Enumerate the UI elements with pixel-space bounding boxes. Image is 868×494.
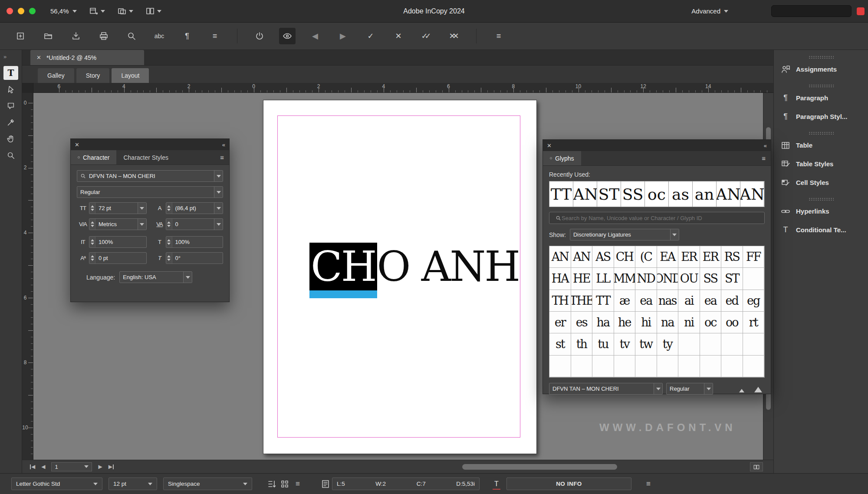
character-panel-header[interactable]: ✕ « (71, 139, 229, 150)
glyph-cell[interactable]: TT (592, 290, 614, 312)
glyph-cell[interactable]: ty (657, 333, 679, 355)
dropdown-chevron[interactable] (670, 229, 679, 240)
preview-button[interactable] (279, 28, 296, 44)
eyedropper-tool[interactable] (3, 115, 18, 129)
dock-item-hyperlinks[interactable]: Hyperlinks (774, 202, 868, 221)
baseline-shift-field[interactable]: 0 pt (89, 252, 147, 264)
glyph-cell[interactable]: ed (721, 290, 743, 312)
vertical-scale-field[interactable]: 100% (89, 236, 147, 248)
panel-menu-button[interactable]: ≡ (756, 151, 771, 165)
glyph-cell[interactable] (700, 356, 722, 377)
glyph-cell[interactable]: OU (678, 268, 700, 290)
save-button[interactable] (68, 28, 84, 44)
tab-story[interactable]: Story (76, 68, 110, 83)
tab-galley[interactable]: Galley (38, 68, 74, 83)
recent-glyph-cell[interactable]: ST (597, 181, 621, 207)
dock-item-table[interactable]: Table (774, 136, 868, 155)
glyph-cell[interactable]: OND (657, 268, 679, 290)
glyph-cell[interactable]: ai (678, 290, 700, 312)
print-button[interactable] (95, 28, 112, 44)
glyph-cell[interactable]: MM (614, 268, 636, 290)
close-window-button[interactable] (7, 8, 13, 14)
glyph-cell[interactable] (657, 356, 679, 377)
collapse-panel-icon[interactable]: « (222, 142, 225, 148)
zoom-level-dropdown[interactable]: 56,4% (50, 7, 77, 15)
close-panel-icon[interactable]: ✕ (75, 142, 79, 148)
document-tab[interactable]: ✕ *Untitled-2 @ 45% (30, 50, 144, 65)
dock-grip[interactable] (809, 198, 834, 201)
glyph-cell[interactable]: CH (614, 246, 636, 268)
close-panel-icon[interactable]: ✕ (547, 142, 552, 149)
close-tab-icon[interactable]: ✕ (36, 54, 41, 61)
glyph-cell[interactable]: TH (549, 290, 571, 312)
glyph-cell[interactable]: ea (635, 290, 657, 312)
cancel-all-checkout-button[interactable]: ✕✕ (446, 28, 462, 44)
view-options-dropdown[interactable] (89, 7, 105, 16)
glyph-cell[interactable]: æ (614, 290, 636, 312)
collapse-panel-icon[interactable]: « (764, 142, 767, 149)
recent-glyph-cell[interactable]: SS (621, 181, 645, 207)
show-filter-dropdown[interactable]: Discretionary Ligatures (570, 229, 679, 240)
grid-view-button[interactable] (278, 479, 291, 489)
glyph-cell[interactable]: es (571, 312, 593, 333)
glyph-cell[interactable]: THE (571, 290, 593, 312)
glyph-cell[interactable]: tv (614, 333, 636, 355)
glyph-cell[interactable]: nas (657, 290, 679, 312)
tab-character-styles[interactable]: Character Styles (116, 150, 175, 165)
open-document-button[interactable] (40, 28, 56, 44)
screen-mode-dropdown[interactable] (117, 7, 133, 16)
glyph-cell[interactable]: tw (635, 333, 657, 355)
next-button[interactable]: ▶ (335, 28, 351, 44)
glyph-cell[interactable] (721, 333, 743, 355)
glyph-cell[interactable]: HE (571, 268, 593, 290)
vertical-ruler[interactable]: 0246810 (22, 93, 33, 460)
glyph-cell[interactable] (571, 356, 593, 377)
recent-glyph-cell[interactable]: an (693, 181, 717, 207)
glyph-cell[interactable]: th (571, 333, 593, 355)
find-button[interactable] (123, 28, 140, 44)
check-in-all-button[interactable]: ✓✓ (418, 28, 434, 44)
recent-glyph-cell[interactable]: HAND (573, 181, 597, 207)
glyph-cell[interactable]: ER (700, 246, 722, 268)
glyph-cell[interactable] (700, 333, 722, 355)
glyph-cell[interactable]: st (549, 333, 571, 355)
stepper[interactable] (166, 253, 172, 263)
toolbar-menu-button[interactable]: ≡ (207, 28, 223, 44)
dropdown-chevron[interactable] (183, 272, 192, 283)
glyph-cell[interactable]: ha (592, 312, 614, 333)
glyph-cell[interactable]: hi (635, 312, 657, 333)
dropdown-chevron[interactable] (654, 383, 662, 394)
horizontal-ruler[interactable]: 64202468101214 (22, 83, 773, 93)
next-page-button[interactable]: ▶ (98, 464, 102, 470)
status-size-dropdown[interactable]: 12 pt (108, 478, 157, 490)
glyph-cell[interactable]: HA (549, 268, 571, 290)
toolbar-overflow-menu-button[interactable]: ≡ (490, 28, 507, 44)
tab-character[interactable]: Character (71, 150, 116, 165)
smaller-glyphs-button[interactable] (735, 384, 748, 394)
dock-item-paragraph[interactable]: ¶ Paragraph (774, 89, 868, 107)
ruler-corner[interactable] (22, 83, 33, 93)
minimize-window-button[interactable] (18, 8, 24, 14)
previous-button[interactable]: ◀ (307, 28, 323, 44)
dock-item-conditional-text[interactable]: T Conditional Te... (774, 221, 868, 239)
glyph-cell[interactable]: oo (721, 312, 743, 333)
glyph-cell[interactable] (592, 356, 614, 377)
glyph-cell[interactable]: he (614, 312, 636, 333)
dropdown-chevron[interactable] (214, 171, 223, 181)
type-tool[interactable]: T (3, 66, 18, 80)
position-tool[interactable] (3, 82, 18, 96)
glyph-cell[interactable]: AS (592, 246, 614, 268)
glyph-cell[interactable]: ER (678, 246, 700, 268)
font-family-dropdown[interactable]: DFVN TAN – MON CHERI (77, 170, 223, 182)
show-hidden-characters-button[interactable]: ¶ (179, 28, 195, 44)
glyphs-panel-header[interactable]: ✕ « (543, 140, 771, 151)
dock-item-assignments[interactable]: Assignments (774, 60, 868, 79)
previous-page-button[interactable]: ◀ (41, 464, 45, 470)
story-text[interactable]: CHO ANH (309, 244, 519, 290)
glyph-cell[interactable] (678, 333, 700, 355)
glyph-cell[interactable]: SS (700, 268, 722, 290)
glyph-cell[interactable]: EA (657, 246, 679, 268)
panel-menu-button[interactable]: ≡ (215, 150, 229, 165)
skew-field[interactable]: 0° (166, 252, 224, 264)
recent-glyph-cell[interactable]: as (669, 181, 693, 207)
